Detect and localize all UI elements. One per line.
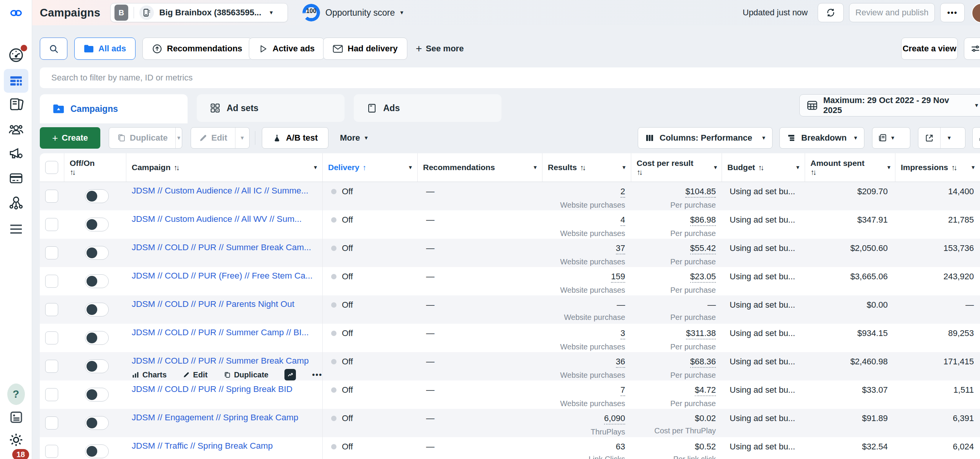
chevron-down-icon[interactable]: ▾ [409,164,412,170]
filter-all-ads[interactable]: All ads [74,38,136,60]
see-more-filters[interactable]: + See more [416,38,464,60]
filter-active-ads[interactable]: Active ads [249,38,324,60]
row-checkbox[interactable] [45,331,58,344]
filter-recommendations[interactable]: Recommendations [142,38,252,60]
view-chart-action[interactable] [284,369,296,380]
chevron-down-icon[interactable]: ▾ [534,164,537,170]
all-tools-icon[interactable] [7,220,25,238]
results-value[interactable]: 2 [621,187,625,198]
edit-dropdown[interactable]: ▾ [235,128,249,148]
chevron-down-icon[interactable]: ▾ [972,164,975,170]
campaign-toggle-off[interactable] [85,246,109,260]
account-selector[interactable]: B Big Brainbox (38563595... ▾ [110,3,288,22]
account-overview-icon[interactable] [7,46,25,64]
edit-button[interactable]: Edit ▾ [191,127,250,149]
campaign-toggle-off[interactable] [85,331,109,345]
review-and-publish-button[interactable]: Review and publish [849,3,935,22]
campaign-name-link[interactable]: JDSM // COLD // PUR (Free) // Free Stem … [132,271,315,281]
campaign-name-link[interactable]: JDSM // COLD // PUR // Summer Break Camp [132,356,315,366]
cost-value[interactable]: $86.98 [690,215,716,226]
more-options-button[interactable]: ••• [940,3,965,22]
settings-gear-icon[interactable] [7,431,25,449]
campaign-name-link[interactable]: JDSM // Traffic // Spring Break Camp [132,441,315,451]
campaign-toggle-off[interactable] [85,444,109,458]
campaign-name-link[interactable]: JDSM // COLD // PUR // Spring Break BID [132,384,315,394]
column-header-amount-spent[interactable]: Amount spent ↑↓ ▾ [805,153,895,182]
row-checkbox[interactable] [45,218,58,231]
campaign-toggle-off[interactable] [85,189,109,203]
chevron-down-icon[interactable]: ▾ [887,164,890,170]
create-button[interactable]: + Create [40,127,100,149]
campaign-toggle-off[interactable] [85,218,109,231]
cost-value[interactable]: $68.36 [690,357,716,368]
columns-selector[interactable]: Columns: Performance ▾ [638,127,773,149]
ads-manager-icon[interactable] [7,72,25,90]
column-header-campaign[interactable]: Campaign ↑↓ ▾ [126,153,323,182]
user-avatar[interactable] [972,3,980,23]
ads-reporting-icon[interactable] [7,96,25,113]
select-all-checkbox[interactable] [45,161,58,174]
tab-ad-sets[interactable]: Ad sets [197,94,345,122]
breakdown-selector[interactable]: Breakdown ▾ [779,127,864,149]
audiences-icon[interactable] [7,121,25,138]
chevron-down-icon[interactable]: ▾ [796,164,799,170]
export-button[interactable]: ▾ [918,127,965,149]
row-more-action[interactable]: ••• [312,370,322,379]
row-checkbox[interactable] [45,275,58,288]
campaign-name-link[interactable]: JDSM // Custom Audience // All WV // Sum… [132,214,315,224]
more-menu-button[interactable]: More ▾ [340,127,368,149]
results-value[interactable]: 36 [616,357,625,368]
tab-ads[interactable]: Ads [354,94,501,122]
events-manager-icon[interactable] [7,194,25,211]
results-value[interactable]: 4 [621,215,625,226]
ab-test-button[interactable]: A/B test [262,127,328,149]
help-icon[interactable]: ? [7,385,25,403]
charts-button-partial[interactable] [972,127,980,149]
column-header-onoff[interactable]: Off/On ↑↓ [64,153,126,182]
results-value[interactable]: 6,090 [604,413,625,425]
campaign-toggle-off[interactable] [85,388,109,402]
cost-value[interactable]: $23.05 [690,272,716,283]
tab-campaigns[interactable]: Campaigns [40,94,188,123]
business-news-icon[interactable] [7,408,25,426]
date-range-selector[interactable]: Maximum: 29 Oct 2022 - 29 Nov 2025 ▾ [799,94,980,116]
row-checkbox[interactable] [45,416,58,429]
chevron-down-icon[interactable]: ▾ [714,164,717,170]
filter-had-delivery[interactable]: Had delivery [323,38,407,60]
column-header-impressions[interactable]: Impressions ↑↓ ▾ [895,153,980,182]
edit-action[interactable]: Edit [183,370,207,379]
campaign-toggle-off[interactable] [85,303,109,316]
search-input[interactable] [40,67,980,88]
billing-icon[interactable] [7,169,25,187]
results-value[interactable]: 159 [611,272,625,283]
campaign-toggle-off[interactable] [85,359,109,373]
row-checkbox[interactable] [45,445,58,458]
column-header-cost[interactable]: Cost per result ↑↓ ▾ [631,153,722,182]
campaign-name-link[interactable]: JDSM // COLD // PUR // Parents Night Out [132,299,315,309]
results-value[interactable]: 37 [616,243,625,254]
results-value[interactable]: 3 [621,328,625,339]
row-checkbox[interactable] [45,388,58,401]
refresh-button[interactable] [818,3,844,22]
cost-value[interactable]: $311.38 [686,328,716,339]
column-header-budget[interactable]: Budget ↑↓ ▾ [722,153,805,182]
row-checkbox[interactable] [45,246,58,259]
duplicate-action[interactable]: Duplicate [224,370,268,379]
campaign-name-link[interactable]: JDSM // Custom Audience // All IC // Sum… [132,186,315,196]
charts-action[interactable]: Charts [132,370,167,379]
reports-button[interactable]: ▾ [872,127,910,149]
chevron-down-icon[interactable]: ▾ [314,164,317,170]
campaign-toggle-off[interactable] [85,274,109,288]
column-header-results[interactable]: Results ↑↓ ▾ [542,153,631,182]
row-checkbox[interactable] [45,360,58,373]
chevron-down-icon[interactable]: ▾ [622,164,626,170]
notifications-badge[interactable]: 18 [12,449,29,459]
cost-value[interactable]: $4.72 [695,385,716,396]
results-value[interactable]: 7 [621,385,625,396]
cost-value[interactable]: $104.85 [685,187,716,198]
view-settings-button-partial[interactable] [964,38,980,60]
duplicate-button[interactable]: Duplicate ▾ [109,127,182,149]
campaign-name-link[interactable]: JDSM // COLD // PUR // Summer Break Cam.… [132,243,315,252]
campaign-toggle-off[interactable] [85,416,109,430]
campaign-name-link[interactable]: JDSM // Engagement // Spring Break Camp [132,413,315,423]
